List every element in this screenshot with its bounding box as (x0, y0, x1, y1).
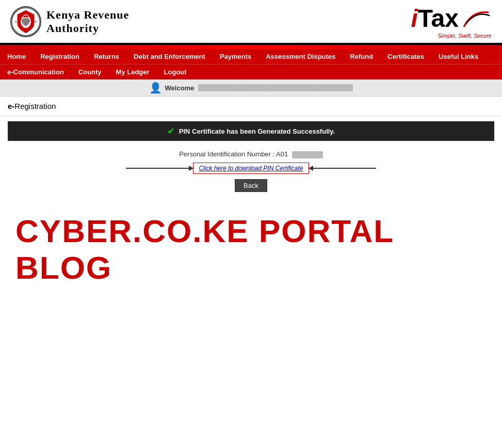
arrow-left-line (126, 168, 193, 169)
kra-name: Kenya Revenue Authority (46, 8, 129, 35)
itax-tax-text: Tax (418, 4, 459, 33)
back-button[interactable]: Back (235, 179, 267, 192)
arrow-left-head (189, 166, 193, 171)
arrow-right-line (309, 168, 376, 169)
header: Kenya Revenue Authority i Tax Simple, Sw… (0, 0, 502, 45)
itax-logo: i Tax Simple, Swift, Secure (411, 4, 492, 39)
pin-label: Personal Identification Number : A01 (8, 150, 494, 158)
nav-county[interactable]: County (71, 65, 109, 79)
nav-registration[interactable]: Registration (33, 49, 87, 64)
welcome-name-blur2 (239, 84, 270, 91)
download-pin-link[interactable]: Click here to download PIN Certificate (193, 163, 309, 174)
page-title-bar: e-Registration (0, 97, 502, 116)
back-button-row: Back (8, 179, 494, 192)
page-title: e- (8, 102, 14, 110)
itax-swoosh-icon (461, 8, 492, 29)
kra-line1: Kenya Revenue (46, 8, 129, 22)
nav-row1: Home Registration Returns Debt and Enfor… (0, 49, 502, 64)
nav-links[interactable]: Useful Links (431, 49, 485, 64)
user-icon: 👤 (149, 82, 162, 94)
kra-logo: Kenya Revenue Authority (10, 6, 129, 37)
pin-value-blur (292, 151, 323, 158)
nav-ecomm[interactable]: e-Communication (0, 65, 71, 79)
nav-logout[interactable]: Logout (157, 65, 194, 79)
content-area: ✔ PIN Certificate has been Generated Suc… (0, 116, 502, 307)
nav-row2: e-Communication County My Ledger Logout (0, 64, 502, 79)
nav-returns[interactable]: Returns (87, 49, 126, 64)
success-icon: ✔ (167, 125, 175, 137)
itax-tagline: Simple, Swift, Secure (438, 33, 492, 39)
nav-home[interactable]: Home (0, 49, 33, 64)
nav-ledger[interactable]: My Ledger (109, 65, 157, 79)
pin-label-text: Personal Identification Number : A01 (179, 150, 288, 158)
success-message: PIN Certificate has been Generated Succe… (179, 127, 335, 135)
welcome-bar: 👤 Welcome (0, 79, 502, 97)
welcome-name-blur4 (317, 84, 353, 91)
arrow-row: Click here to download PIN Certificate (8, 163, 494, 174)
pin-area: Personal Identification Number : A01 Cli… (8, 145, 494, 197)
page-title-rest: Registration (14, 102, 56, 110)
nav-certificates[interactable]: Certificates (380, 49, 431, 64)
welcome-name-blur1 (198, 84, 239, 91)
welcome-name-blur3 (270, 84, 317, 91)
arrow-right-head (309, 166, 313, 171)
nav-debt[interactable]: Debt and Enforcement (126, 49, 213, 64)
watermark: CYBER.CO.KE PORTAL BLOG (8, 197, 494, 301)
kra-emblem (10, 6, 41, 37)
itax-i-letter: i (411, 4, 418, 33)
itax-brand: i Tax (411, 4, 492, 33)
nav-payments[interactable]: Payments (213, 49, 258, 64)
kra-line2: Authority (46, 22, 129, 35)
nav-refund[interactable]: Refund (343, 49, 380, 64)
nav-disputes[interactable]: Assessment Disputes (258, 49, 343, 64)
success-bar: ✔ PIN Certificate has been Generated Suc… (8, 121, 494, 141)
welcome-label: Welcome (165, 84, 195, 92)
red-bar (0, 45, 502, 49)
